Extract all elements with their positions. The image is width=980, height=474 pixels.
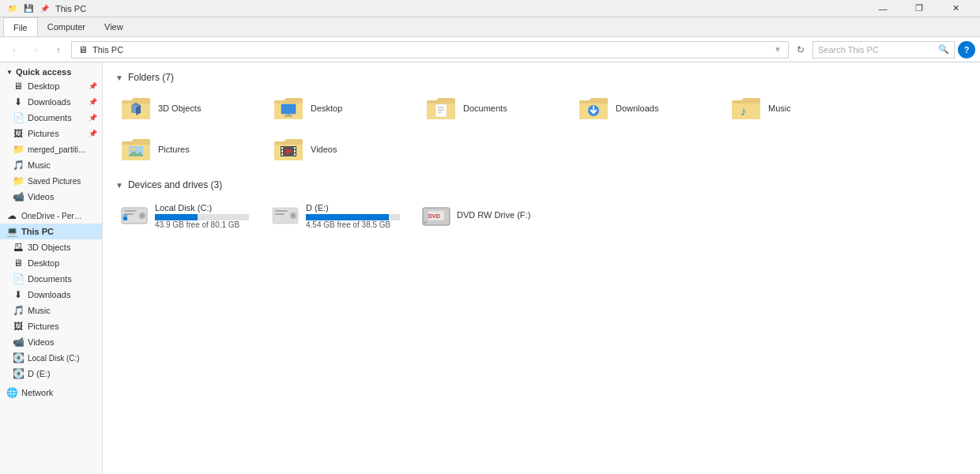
tab-file[interactable]: File [3, 17, 38, 36]
path-text: This PC [92, 45, 123, 55]
local-disk-icon: 💽 [13, 352, 24, 363]
drive-size-e: 4.54 GB free of 38.5 GB [306, 220, 400, 229]
this-pc-section: 💻 This PC 🗳 3D Objects 🖥 Desktop 📄 Docum… [0, 224, 102, 382]
sidebar-item-3d-objects[interactable]: 🗳 3D Objects [0, 239, 102, 255]
sidebar-item-saved-pictures[interactable]: 📁 Saved Pictures [0, 173, 102, 189]
sidebar-item-documents2[interactable]: 📄 Documents [0, 271, 102, 287]
folder-item-desktop[interactable]: Desktop [268, 91, 414, 126]
sidebar-item-merged[interactable]: 📁 merged_partition_c [0, 141, 102, 157]
sidebar-item-label: Desktop [28, 81, 59, 91]
drive-name-c: Local Disk (C:) [155, 203, 249, 213]
drive-item-e[interactable]: D (E:) 4.54 GB free of 38.5 GB [266, 198, 405, 233]
forward-button[interactable]: › [27, 40, 46, 59]
quick-access-header[interactable]: ▼ Quick access [0, 66, 102, 78]
ribbon: File Computer View [0, 17, 980, 37]
sidebar-item-onedrive[interactable]: ☁ OneDrive - Personal [0, 208, 102, 224]
videos2-icon: 📹 [13, 337, 24, 348]
folder-icon-music: ♪ [730, 94, 762, 122]
tab-view[interactable]: View [95, 17, 133, 36]
folders-section-label: Folders (7) [128, 72, 174, 83]
folder-grid: 3D Objects Desktop [115, 91, 967, 167]
search-box[interactable]: Search This PC 🔍 [812, 41, 955, 58]
svg-rect-16 [281, 147, 283, 149]
sidebar-item-downloads2[interactable]: ⬇ Downloads [0, 287, 102, 303]
folder-item-downloads[interactable]: Downloads [573, 91, 719, 126]
sidebar-item-label: Saved Pictures [28, 177, 81, 186]
sidebar-item-pictures2[interactable]: 🖼 Pictures [0, 318, 102, 334]
folders-section-header[interactable]: ▼ Folders (7) [115, 72, 967, 83]
title-bar-left: 📁 💾 📌 This PC [6, 2, 86, 15]
pin-indicator: 📌 [89, 130, 97, 137]
folder-label: Videos [311, 145, 337, 154]
sidebar-item-label: OneDrive - Personal [21, 212, 85, 220]
desktop-icon: 🖥 [13, 81, 24, 92]
sidebar-item-label: Local Disk (C:) [28, 354, 80, 363]
title-bar: 📁 💾 📌 This PC — ❐ ✕ [0, 0, 980, 17]
folders-chevron: ▼ [115, 73, 123, 82]
address-path[interactable]: 🖥 This PC ▼ [71, 41, 789, 58]
drive-info-e: D (E:) 4.54 GB free of 38.5 GB [306, 203, 400, 229]
folder-item-3d-objects[interactable]: 3D Objects [115, 91, 262, 126]
sidebar-item-label: Desktop [28, 258, 59, 268]
drives-section-header[interactable]: ▼ Devices and drives (3) [115, 179, 967, 190]
sidebar-item-music2[interactable]: 🎵 Music [0, 303, 102, 318]
tab-computer[interactable]: Computer [38, 17, 95, 36]
up-button[interactable]: ↑ [49, 40, 68, 59]
drive-info-f: DVD RW Drive (F:) [457, 210, 551, 221]
dvd-icon: DVD [422, 201, 450, 230]
close-button[interactable]: ✕ [937, 0, 974, 17]
hdd-icon: ⊞ [120, 201, 149, 230]
title-bar-controls: — ❐ ✕ [865, 0, 974, 17]
sidebar-item-pictures[interactable]: 🖼 Pictures 📌 [0, 126, 102, 141]
this-pc-icon: 💻 [6, 226, 17, 237]
drive-item-f[interactable]: DVD DVD RW Drive (F:) [417, 198, 556, 233]
d-drive-icon: 💽 [13, 368, 24, 379]
folder-item-music[interactable]: ♪ Music [726, 91, 872, 126]
sidebar-item-downloads[interactable]: ⬇ Downloads 📌 [0, 94, 102, 110]
drive-name-e: D (E:) [306, 203, 400, 213]
folder-icon-desktop [273, 94, 304, 122]
drive-bar-e [306, 214, 389, 220]
help-button[interactable]: ? [958, 41, 975, 58]
sidebar-item-network[interactable]: 🌐 Network [0, 385, 102, 401]
svg-rect-3 [285, 115, 292, 117]
search-placeholder: Search This PC [818, 45, 938, 55]
svg-rect-27 [124, 210, 137, 212]
folder-item-pictures[interactable]: Pictures [115, 132, 262, 167]
folder-item-documents[interactable]: Documents [420, 91, 567, 126]
svg-rect-34 [275, 210, 288, 212]
svg-rect-4 [435, 104, 447, 117]
folder-item-videos[interactable]: Videos [268, 132, 414, 167]
pictures2-icon: 🖼 [13, 321, 24, 332]
svg-rect-20 [294, 150, 296, 152]
path-dropdown[interactable]: ▼ [774, 45, 782, 54]
minimize-button[interactable]: — [865, 0, 901, 17]
sidebar-item-desktop[interactable]: 🖥 Desktop 📌 [0, 78, 102, 94]
sidebar-item-label: Network [21, 388, 53, 397]
sidebar-item-videos[interactable]: 📹 Videos [0, 189, 102, 205]
refresh-button[interactable]: ↻ [792, 41, 809, 58]
svg-rect-40 [424, 221, 427, 224]
svg-point-33 [292, 214, 295, 217]
documents-icon: 📄 [13, 112, 24, 123]
svg-rect-1 [281, 104, 296, 114]
sidebar-item-d-drive[interactable]: 💽 D (E:) [0, 366, 102, 382]
back-button[interactable]: ‹ [5, 40, 24, 59]
sidebar-item-this-pc[interactable]: 💻 This PC [0, 224, 102, 239]
sidebar-item-videos2[interactable]: 📹 Videos [0, 334, 102, 350]
sidebar-item-label: Videos [28, 337, 54, 347]
folder-icon-downloads [578, 94, 609, 122]
drive-top: ⊞ Local Disk (C:) 43.9 GB free of 80.1 G… [120, 201, 249, 230]
sidebar-item-local-disk[interactable]: 💽 Local Disk (C:) [0, 350, 102, 366]
sidebar-item-documents[interactable]: 📄 Documents 📌 [0, 110, 102, 126]
svg-rect-35 [275, 213, 285, 215]
drive-top: D (E:) 4.54 GB free of 38.5 GB [271, 201, 400, 230]
sidebar-item-desktop2[interactable]: 🖥 Desktop [0, 255, 102, 271]
maximize-button[interactable]: ❐ [901, 0, 937, 17]
folder-label: Documents [463, 103, 507, 113]
folder-icon-3d [120, 94, 152, 122]
drive-bar-c [155, 214, 198, 220]
sidebar-item-music[interactable]: 🎵 Music [0, 157, 102, 173]
drive-item-c[interactable]: ⊞ Local Disk (C:) 43.9 GB free of 80.1 G… [115, 198, 254, 233]
folder-label: 3D Objects [158, 103, 201, 113]
